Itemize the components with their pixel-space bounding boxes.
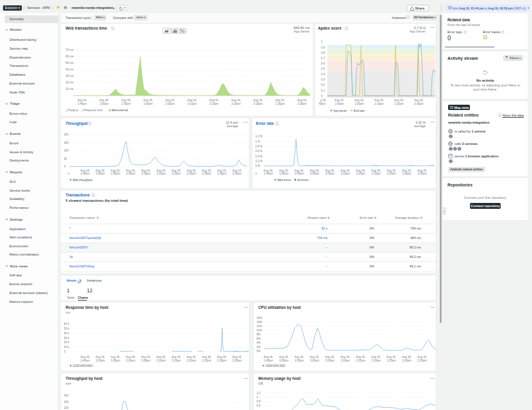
svg-text:g 16,: g 16, <box>320 99 326 102</box>
svg-text:0.6: 0.6 <box>257 404 261 407</box>
svg-text:2:20pm: 2:20pm <box>394 102 404 105</box>
svg-text:Aug 16,: Aug 16, <box>232 356 242 359</box>
svg-text:Aug 16,: Aug 16, <box>187 356 196 359</box>
svg-text:Aug 16,: Aug 16, <box>171 169 181 172</box>
svg-text:2:20pm: 2:20pm <box>187 172 196 175</box>
svg-text:2:25pm: 2:25pm <box>202 172 212 175</box>
svg-text:All errors: All errors <box>297 179 309 182</box>
svg-text:0: 0 <box>64 165 66 168</box>
svg-text:0.1: 0.1 <box>321 89 325 92</box>
svg-text:n: n <box>68 172 70 175</box>
svg-text:150: 150 <box>64 141 69 144</box>
svg-text:Aug 16,: Aug 16, <box>156 356 166 359</box>
svg-text:Aug 16,: Aug 16, <box>232 169 242 172</box>
svg-text:Aug 16,: Aug 16, <box>402 356 411 359</box>
svg-text:Aug 16,: Aug 16, <box>387 356 396 359</box>
svg-text:1:50pm: 1:50pm <box>96 359 105 362</box>
svg-text:Aug 16,: Aug 16, <box>80 356 90 359</box>
svg-text:Web errors: Web errors <box>277 179 291 182</box>
svg-text:16%: 16% <box>257 317 262 319</box>
svg-text:50: 50 <box>64 157 67 160</box>
svg-text:Aug 16,: Aug 16, <box>325 169 335 172</box>
svg-text:Aug 16,: Aug 16, <box>96 169 105 172</box>
svg-text:20 k: 20 k <box>64 341 70 344</box>
svg-text:Aug 16,: Aug 16, <box>340 169 350 172</box>
svg-text:0: 0 <box>321 95 323 98</box>
svg-text:1:50pm: 1:50pm <box>335 102 344 105</box>
svg-text:Aug 16,: Aug 16, <box>417 356 427 359</box>
svg-text:1.2 %: 1.2 % <box>255 135 262 138</box>
svg-text:8%: 8% <box>257 333 261 336</box>
svg-text:60 ms: 60 ms <box>66 55 74 58</box>
svg-text:0.7: 0.7 <box>321 57 325 60</box>
svg-text:0.4: 0.4 <box>321 73 325 76</box>
svg-text:Aug 16,: Aug 16, <box>414 99 424 102</box>
svg-text:Aug 16,: Aug 16, <box>279 169 288 172</box>
svg-text:Aug 16,: Aug 16, <box>171 356 181 359</box>
svg-text:100: 100 <box>64 406 69 409</box>
svg-text:0.6 %: 0.6 % <box>255 150 262 153</box>
svg-text:Aug 16,: Aug 16, <box>166 99 175 102</box>
svg-text:2:00pm: 2:00pm <box>310 359 319 362</box>
svg-text:2:15pm: 2:15pm <box>356 359 365 362</box>
svg-text:1:55pm: 1:55pm <box>294 172 304 175</box>
svg-text:Aug 16,: Aug 16, <box>374 99 384 102</box>
svg-text:2:10pm: 2:10pm <box>157 172 166 175</box>
svg-text:Aug 16,: Aug 16, <box>99 99 109 102</box>
svg-text:200: 200 <box>64 394 69 397</box>
svg-text:2:10pm: 2:10pm <box>187 102 197 105</box>
svg-text:C02XV3XVJ05J: C02XV3XVJ05J <box>73 364 93 367</box>
svg-text:2:20pm: 2:20pm <box>371 172 381 175</box>
svg-text:0 %: 0 % <box>255 164 260 167</box>
svg-text:0.8: 0.8 <box>257 400 261 403</box>
svg-text:0.5: 0.5 <box>321 67 325 70</box>
svg-text:2:00pm: 2:00pm <box>355 102 364 105</box>
svg-text:50 k: 50 k <box>64 327 70 330</box>
svg-text:Aug 16,: Aug 16, <box>279 356 288 359</box>
svg-text:Aug 16,: Aug 16, <box>294 356 304 359</box>
svg-text:Aug 16,: Aug 16, <box>202 169 212 172</box>
svg-text:2:30pm: 2:30pm <box>414 102 424 105</box>
svg-text:100: 100 <box>64 149 69 152</box>
svg-text:70 ms: 70 ms <box>66 49 74 51</box>
svg-text:Aug 16,: Aug 16, <box>111 169 120 172</box>
svg-text:2:20pm: 2:20pm <box>232 102 241 105</box>
svg-text:14%: 14% <box>257 321 262 324</box>
svg-text:0.3: 0.3 <box>321 78 325 81</box>
svg-text:2:10pm: 2:10pm <box>340 359 350 362</box>
svg-text:1:55pm: 1:55pm <box>111 359 121 362</box>
svg-text:Aug 16,: Aug 16, <box>96 356 105 359</box>
svg-text:2:25pm: 2:25pm <box>387 172 396 175</box>
svg-text:2:00pm: 2:00pm <box>144 102 153 105</box>
svg-text:2:35pm: 2:35pm <box>417 172 427 175</box>
svg-text:Aug 16,: Aug 16, <box>394 99 404 102</box>
svg-text:Aug 16,: Aug 16, <box>202 356 212 359</box>
svg-text:20 ms: 20 ms <box>66 81 74 84</box>
svg-text:Aug 16,: Aug 16, <box>356 356 365 359</box>
svg-text:End user: End user <box>354 109 365 112</box>
svg-text:Aug 16,: Aug 16, <box>356 169 365 172</box>
svg-text:Aug 16,: Aug 16, <box>77 99 87 102</box>
svg-text:2:00pm: 2:00pm <box>310 172 319 175</box>
svg-text:1 %: 1 % <box>255 140 260 143</box>
svg-text:2:15pm: 2:15pm <box>171 172 181 175</box>
svg-text:Aug 16,: Aug 16, <box>371 169 381 172</box>
svg-text:150: 150 <box>64 401 69 403</box>
svg-text:Aug 16,: Aug 16, <box>80 169 90 172</box>
svg-text:Aug 16,: Aug 16, <box>355 99 364 102</box>
svg-text:Aug 16,: Aug 16, <box>156 169 166 172</box>
svg-text:Aug 16,: Aug 16, <box>325 356 335 359</box>
svg-text:2:10pm: 2:10pm <box>375 102 384 105</box>
svg-text:2:05pm: 2:05pm <box>141 172 151 175</box>
svg-text:1:50pm: 1:50pm <box>279 172 288 175</box>
svg-text:Aug 16,: Aug 16, <box>217 356 226 359</box>
svg-text:2:35pm: 2:35pm <box>297 102 307 105</box>
svg-text:0.9: 0.9 <box>321 46 325 49</box>
svg-text:Aug 16,: Aug 16, <box>141 169 151 172</box>
svg-text:1:55pm: 1:55pm <box>294 359 304 362</box>
svg-text:Aug 16,: Aug 16, <box>297 99 307 102</box>
svg-text:2:05pm: 2:05pm <box>141 359 151 362</box>
svg-text:12%: 12% <box>257 325 262 328</box>
svg-text:40 ms: 40 ms <box>66 68 74 71</box>
svg-text:Aug 16,: Aug 16, <box>387 169 396 172</box>
